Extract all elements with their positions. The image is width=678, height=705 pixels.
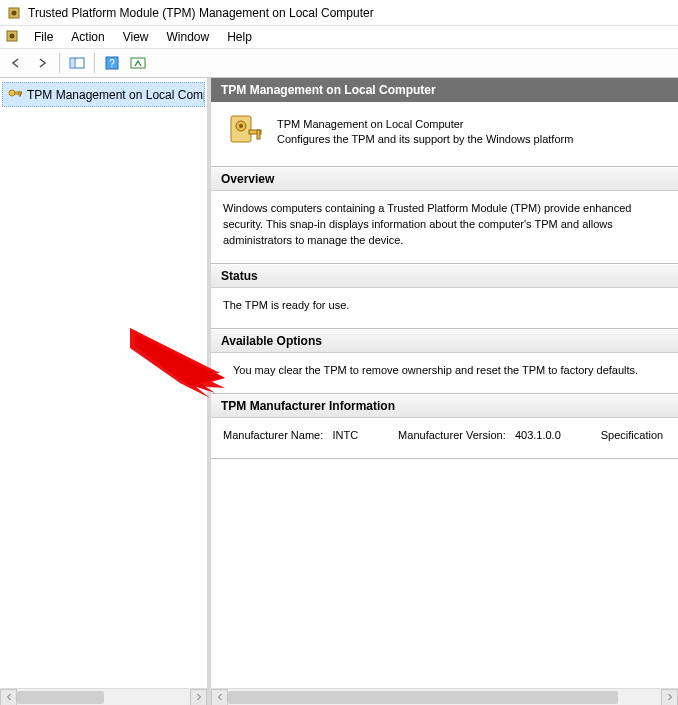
menu-window[interactable]: Window	[159, 28, 218, 46]
mfr-version-value: 403.1.0.0	[515, 429, 561, 441]
menubar: File Action View Window Help	[0, 26, 678, 48]
tree-horizontal-scrollbar[interactable]	[0, 688, 207, 705]
tree-item-tpm-root[interactable]: TPM Management on Local Comp	[2, 82, 205, 107]
svg-text:?: ?	[109, 58, 115, 69]
mfr-spec: Specification Ver	[601, 428, 666, 444]
content-body: TPM Management on Local Computer Configu…	[211, 102, 678, 688]
overview-body: Windows computers containing a Trusted P…	[211, 191, 678, 263]
intro-text: TPM Management on Local Computer Configu…	[277, 117, 573, 147]
show-hide-tree-button[interactable]	[65, 51, 89, 75]
mfr-heading: TPM Manufacturer Information	[211, 394, 678, 418]
svg-rect-17	[257, 130, 260, 139]
scroll-left-icon[interactable]	[0, 689, 17, 706]
mfr-version-label: Manufacturer Version:	[398, 429, 506, 441]
status-body: The TPM is ready for use.	[211, 288, 678, 328]
scroll-left-icon[interactable]	[211, 689, 228, 706]
scrollbar-track[interactable]	[228, 689, 661, 706]
svg-rect-9	[131, 58, 145, 68]
intro-title: TPM Management on Local Computer	[277, 117, 573, 132]
scroll-right-icon[interactable]	[661, 689, 678, 706]
tree-content: TPM Management on Local Comp	[0, 78, 207, 688]
menu-file[interactable]: File	[26, 28, 61, 46]
svg-point-1	[12, 10, 17, 15]
svg-rect-12	[19, 92, 21, 96]
mfr-name-label: Manufacturer Name:	[223, 429, 323, 441]
mfr-name-value: INTC	[332, 429, 358, 441]
help-button[interactable]: ?	[100, 51, 124, 75]
options-body: You may clear the TPM to remove ownershi…	[211, 353, 678, 393]
refresh-button[interactable]	[126, 51, 150, 75]
tpm-key-large-icon	[225, 112, 265, 152]
titlebar: Trusted Platform Module (TPM) Management…	[0, 0, 678, 26]
mfr-name: Manufacturer Name: INTC	[223, 428, 358, 444]
svg-point-3	[10, 33, 15, 38]
section-overview: Overview Windows computers containing a …	[211, 167, 678, 264]
section-manufacturer: TPM Manufacturer Information Manufacture…	[211, 394, 678, 459]
overview-heading: Overview	[211, 167, 678, 191]
mfr-version: Manufacturer Version: 403.1.0.0	[398, 428, 561, 444]
mfr-body: Manufacturer Name: INTC Manufacturer Ver…	[211, 418, 678, 458]
options-heading: Available Options	[211, 329, 678, 353]
mfr-spec-label: Specification Ver	[601, 429, 666, 441]
content-header: TPM Management on Local Computer	[211, 78, 678, 102]
window-title: Trusted Platform Module (TPM) Management…	[28, 6, 374, 20]
toolbar-separator	[59, 53, 60, 73]
menu-action[interactable]: Action	[63, 28, 112, 46]
scrollbar-thumb[interactable]	[17, 691, 104, 704]
menu-view[interactable]: View	[115, 28, 157, 46]
content-pane: TPM Management on Local Computer TPM Man…	[211, 78, 678, 705]
tpm-chip-icon	[6, 5, 22, 21]
tpm-chip-icon-small	[4, 28, 20, 47]
tpm-key-icon	[7, 85, 23, 104]
back-button[interactable]	[4, 51, 28, 75]
mfr-row: Manufacturer Name: INTC Manufacturer Ver…	[223, 428, 666, 444]
toolbar: ?	[0, 48, 678, 78]
scroll-right-icon[interactable]	[190, 689, 207, 706]
toolbar-separator	[94, 53, 95, 73]
intro-block: TPM Management on Local Computer Configu…	[211, 102, 678, 167]
section-status: Status The TPM is ready for use.	[211, 264, 678, 329]
scrollbar-track[interactable]	[17, 689, 190, 706]
tree-item-label: TPM Management on Local Comp	[27, 88, 205, 102]
scrollbar-thumb[interactable]	[228, 691, 618, 704]
menu-help[interactable]: Help	[219, 28, 260, 46]
section-available-options: Available Options You may clear the TPM …	[211, 329, 678, 394]
forward-button[interactable]	[30, 51, 54, 75]
workspace: TPM Management on Local Comp TPM Managem…	[0, 78, 678, 705]
svg-point-15	[239, 124, 243, 128]
status-heading: Status	[211, 264, 678, 288]
svg-rect-6	[71, 59, 74, 67]
tree-pane: TPM Management on Local Comp	[0, 78, 211, 705]
intro-subtitle: Configures the TPM and its support by th…	[277, 132, 573, 147]
content-horizontal-scrollbar[interactable]	[211, 688, 678, 705]
